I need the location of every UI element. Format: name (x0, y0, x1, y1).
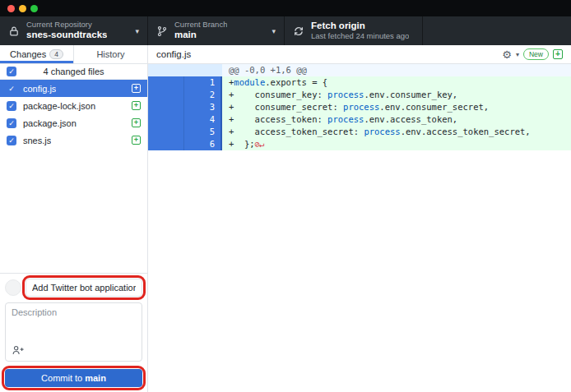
branch-label: Current Branch (174, 21, 227, 30)
toolbar-filler (423, 16, 571, 45)
tab-history[interactable]: History (73, 45, 147, 63)
code-token: + }; (229, 139, 255, 149)
diff-line[interactable]: 2+ consumer_key: process.env.consumer_ke… (148, 89, 571, 101)
commit-summary-input[interactable] (26, 279, 142, 297)
hunk-header-text: @@ -0,0 +1,6 @@ (222, 64, 571, 76)
code-token: + access_token: (229, 114, 327, 124)
repository-label: Current Repository (26, 21, 107, 30)
repository-selector[interactable]: Current Repository snes-soundtracks ▾ (0, 16, 148, 45)
commit-summary-row (5, 279, 142, 297)
file-row[interactable]: snes.js+ (0, 131, 147, 149)
file-checkbox[interactable] (7, 118, 16, 128)
diff-header: config.js ⚙ ▾ New + (148, 45, 571, 64)
file-name: package-lock.json (23, 101, 95, 111)
fetch-origin-button[interactable]: Fetch origin Last fetched 24 minutes ago (285, 16, 423, 45)
diff-line-gutter[interactable]: 1 (148, 76, 222, 89)
diff-line-code: + access_token: process.env.access_token… (222, 113, 571, 126)
new-line-number: 4 (184, 113, 221, 126)
diff-line[interactable]: 6+ };⊘↵ (148, 138, 571, 150)
sidebar-tabs: Changes 4 History (0, 45, 147, 64)
code-token: .env.consumer_key, (364, 90, 457, 99)
diff-line[interactable]: 1+module.exports = { (148, 76, 571, 89)
changes-count-badge: 4 (49, 49, 63, 59)
plus-icon[interactable]: + (553, 49, 563, 59)
commit-button[interactable]: Commit to main (5, 369, 142, 387)
select-all-checkbox[interactable] (7, 67, 16, 76)
diff-line-gutter[interactable]: 2 (148, 89, 222, 101)
keyword-token: process (343, 102, 379, 112)
commit-description-box (5, 302, 142, 362)
diff-line-gutter[interactable]: 5 (148, 126, 222, 138)
diff-line-code: + access_token_secret: process.env.acces… (222, 126, 571, 138)
new-line-number: 2 (184, 89, 221, 101)
diff-line-code: + consumer_key: process.env.consumer_key… (222, 89, 571, 101)
file-checkbox[interactable] (7, 136, 16, 145)
commit-area: Commit to main (0, 273, 147, 392)
branch-selector[interactable]: Current Branch main ▾ (148, 16, 285, 45)
sidebar-spacer (0, 149, 147, 273)
commit-button-branch: main (85, 373, 106, 383)
new-line-number: 5 (184, 126, 221, 138)
file-row[interactable]: package-lock.json+ (0, 97, 147, 114)
changes-sidebar: Changes 4 History 4 changed files config… (0, 45, 148, 392)
diff-line-code: + };⊘↵ (222, 138, 571, 150)
code-token: .env.consumer_secret, (379, 102, 489, 112)
select-all-row: 4 changed files (0, 64, 147, 80)
tab-changes[interactable]: Changes 4 (0, 45, 73, 63)
branch-icon (156, 25, 168, 37)
keyword-token: process (327, 114, 364, 124)
fetch-subtitle: Last fetched 24 minutes ago (311, 32, 409, 41)
add-coauthor-icon[interactable] (12, 344, 136, 357)
repository-name: snes-soundtracks (26, 30, 107, 40)
file-status-added-icon: + (132, 101, 141, 110)
file-status-new-badge: New (523, 48, 549, 60)
diff-line[interactable]: 5+ access_token_secret: process.env.acce… (148, 126, 571, 138)
code-token: + consumer_secret: (229, 102, 343, 112)
code-token: + consumer_key: (229, 90, 327, 99)
diff-filename: config.js (156, 49, 191, 59)
traffic-light-zoom-button[interactable] (30, 5, 38, 12)
lock-icon (8, 25, 20, 37)
no-newline-icon: ⊘↵ (255, 139, 264, 149)
changed-files-label: 4 changed files (0, 67, 147, 76)
code-token: + access_token_secret: (229, 127, 364, 136)
gear-icon[interactable]: ⚙ (502, 49, 512, 60)
hunk-gutter (148, 64, 222, 76)
file-checkbox[interactable] (7, 84, 16, 94)
diff-body: @@ -0,0 +1,6 @@ 1+module.exports = {2+ c… (148, 64, 571, 392)
file-name: config.js (23, 84, 56, 94)
file-status-added-icon: + (132, 118, 141, 127)
diff-line-code: + consumer_secret: process.env.consumer_… (222, 101, 571, 113)
traffic-light-minimize-button[interactable] (19, 5, 26, 12)
diff-lines: 1+module.exports = {2+ consumer_key: pro… (148, 76, 571, 150)
file-checkbox[interactable] (7, 101, 16, 111)
titlebar (0, 0, 571, 16)
file-list: config.js+package-lock.json+package.json… (0, 80, 147, 149)
file-name: package.json (23, 118, 77, 128)
diff-panel: config.js ⚙ ▾ New + @@ -0,0 +1,6 @@ 1+mo… (148, 45, 571, 392)
code-token: .exports = { (265, 77, 327, 87)
diff-line-code: +module.exports = { (222, 76, 571, 89)
file-status-added-icon: + (132, 136, 141, 145)
traffic-light-close-button[interactable] (7, 5, 15, 12)
commit-description-input[interactable] (12, 307, 136, 344)
diff-line-gutter[interactable]: 4 (148, 113, 222, 126)
commit-button-label: Commit to (41, 373, 82, 383)
chevron-down-icon: ▾ (130, 27, 139, 35)
file-row[interactable]: config.js+ (0, 80, 147, 97)
new-line-number: 6 (184, 138, 221, 150)
chevron-down-icon[interactable]: ▾ (516, 51, 519, 58)
avatar (5, 279, 21, 296)
keyword-token: process (327, 90, 364, 99)
diff-line-gutter[interactable]: 6 (148, 138, 222, 150)
file-row[interactable]: package.json+ (0, 114, 147, 131)
old-line-number (148, 113, 184, 126)
tab-history-label: History (96, 49, 124, 59)
diff-line-gutter[interactable]: 3 (148, 101, 222, 113)
diff-line[interactable]: 4+ access_token: process.env.access_toke… (148, 113, 571, 126)
code-token: .env.access_token_secret, (401, 127, 531, 136)
file-name: snes.js (23, 136, 51, 145)
old-line-number (148, 101, 184, 113)
file-status-added-icon: + (132, 84, 141, 93)
diff-line[interactable]: 3+ consumer_secret: process.env.consumer… (148, 101, 571, 113)
